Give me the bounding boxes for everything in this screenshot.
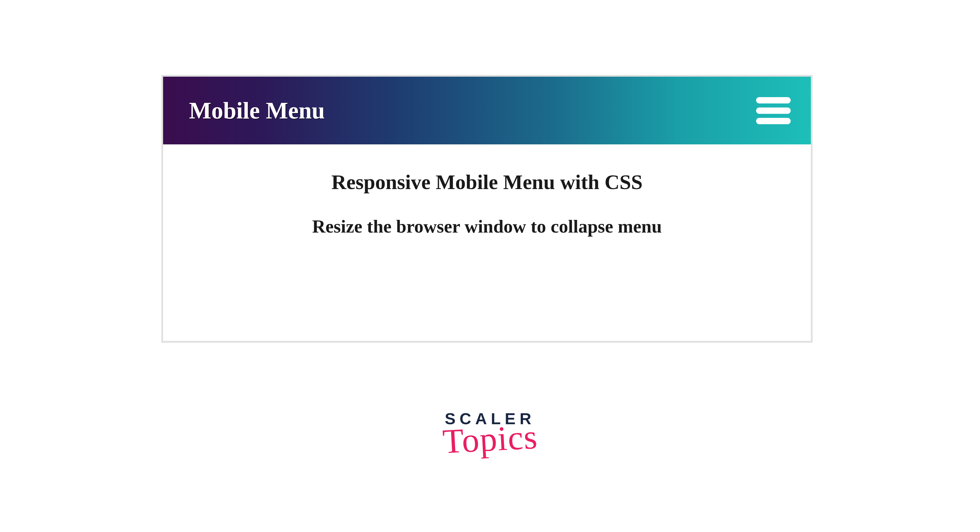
content-heading: Responsive Mobile Menu with CSS bbox=[175, 170, 799, 194]
navbar: Mobile Menu bbox=[163, 76, 811, 144]
hamburger-menu-button[interactable] bbox=[756, 97, 791, 124]
demo-container: Mobile Menu Responsive Mobile Menu with … bbox=[161, 75, 813, 342]
hamburger-icon bbox=[756, 97, 791, 104]
content-area: Responsive Mobile Menu with CSS Resize t… bbox=[163, 144, 811, 341]
content-subheading: Resize the browser window to collapse me… bbox=[175, 216, 799, 237]
hamburger-icon bbox=[756, 107, 791, 114]
scaler-topics-logo: SCALER Topics bbox=[442, 409, 538, 459]
logo-text-topics: Topics bbox=[441, 417, 539, 461]
hamburger-icon bbox=[756, 118, 791, 124]
navbar-brand: Mobile Menu bbox=[189, 97, 325, 124]
